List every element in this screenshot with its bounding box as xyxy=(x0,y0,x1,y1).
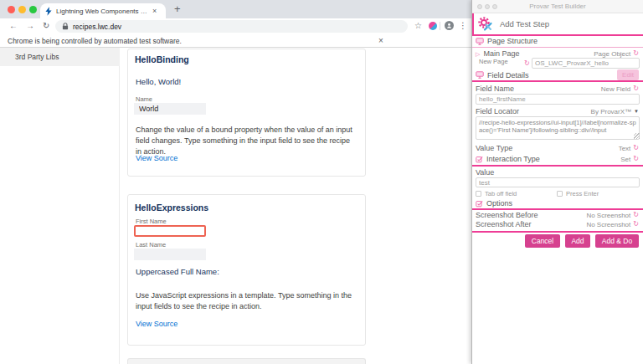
screenshot-after-row: Screenshot After No Screenshot ↻ xyxy=(476,220,639,228)
value-type-selector[interactable]: Text ↻ xyxy=(619,145,639,152)
cycle-icon[interactable]: ↻ xyxy=(524,60,530,67)
profile-icon[interactable] xyxy=(445,21,454,30)
browser-window: Lightning Web Components Recipes × + ← →… xyxy=(0,0,471,364)
new-page-input[interactable] xyxy=(532,58,640,69)
view-source-link[interactable]: View Source xyxy=(136,320,177,328)
value-type-value: Text xyxy=(619,145,631,152)
tab-off-checkbox[interactable] xyxy=(476,191,481,197)
page-object-value: Page Object xyxy=(594,50,630,58)
cycle-icon[interactable]: ↻ xyxy=(633,50,639,57)
view-source-link[interactable]: View Source xyxy=(136,154,177,162)
locator-mode-value: By ProvarX™ xyxy=(591,108,631,115)
provar-extension-icon[interactable] xyxy=(429,22,437,30)
main-page-row: ▷ Main Page Page Object ↻ xyxy=(476,49,639,58)
dropdown-caret-icon: ▼ xyxy=(634,109,639,114)
tab-close-icon[interactable]: × xyxy=(152,7,157,15)
expand-arrow-icon[interactable]: ▷ xyxy=(476,51,480,57)
interaction-selector[interactable]: Set ↻ xyxy=(620,156,639,163)
back-icon[interactable]: ← xyxy=(9,21,18,30)
value-input[interactable] xyxy=(476,177,640,187)
page-object-selector[interactable]: Page Object ↻ xyxy=(594,50,639,58)
gear-tools-icon xyxy=(478,17,493,32)
automation-infobar: Chrome is being controlled by automated … xyxy=(0,33,471,48)
window-close-icon[interactable] xyxy=(8,6,15,13)
last-name-label: Last Name xyxy=(136,241,166,249)
sidebar-item-3rd-party-libs[interactable]: 3rd Party Libs xyxy=(0,48,120,66)
cycle-icon[interactable]: ↻ xyxy=(633,156,639,162)
infobar-close-icon[interactable]: × xyxy=(378,36,383,45)
press-enter-option[interactable]: Press Enter xyxy=(557,190,599,197)
field-details-icon xyxy=(476,71,484,79)
new-tab-icon[interactable]: + xyxy=(174,3,181,15)
window-minimize-icon[interactable] xyxy=(18,6,26,13)
browser-tab[interactable]: Lightning Web Components Recipes × xyxy=(40,3,166,18)
locator-mode-dropdown[interactable]: By ProvarX™ ▼ xyxy=(591,108,639,115)
tab-strip: Lightning Web Components Recipes × + xyxy=(0,0,471,18)
card-description: Change the value of a bound property whe… xyxy=(136,125,355,157)
card-hello-binding: HelloBinding Hello, World! Name Change t… xyxy=(127,49,366,177)
add-and-do-button[interactable]: Add & Do xyxy=(595,234,639,248)
name-field-label: Name xyxy=(136,95,152,103)
panel-window-title: Provar Test Builder xyxy=(472,3,643,10)
name-input[interactable] xyxy=(134,103,206,115)
cycle-icon[interactable]: ↻ xyxy=(633,85,639,92)
edit-button[interactable]: Edit xyxy=(617,69,639,80)
last-name-input[interactable] xyxy=(134,249,206,260)
field-name-row: Field Name New Field ↻ xyxy=(476,85,639,93)
reload-icon[interactable]: ↻ xyxy=(43,21,49,30)
value-row: Value xyxy=(476,168,639,177)
card-title: HelloExpressions xyxy=(135,203,208,213)
screenshot-before-row: Screenshot Before No Screenshot ↻ xyxy=(476,211,639,219)
card-description: Use JavaScript expressions in a template… xyxy=(136,290,355,312)
section-divider xyxy=(472,165,643,167)
resize-handle[interactable] xyxy=(634,133,640,139)
field-name-label: Field Name xyxy=(476,85,514,93)
cycle-icon[interactable]: ↻ xyxy=(633,145,639,151)
field-name-input[interactable] xyxy=(476,94,640,105)
page-structure-icon xyxy=(476,38,484,45)
screenshot-after-label: Screenshot After xyxy=(476,220,532,228)
interaction-type-label: Interaction Type xyxy=(486,155,540,163)
tab-off-field-option[interactable]: Tab off field xyxy=(476,190,517,197)
new-page-label: New Page xyxy=(479,58,508,65)
interaction-type-icon xyxy=(476,156,483,163)
options-icon xyxy=(476,200,483,208)
screenshot-before-label: Screenshot Before xyxy=(476,211,538,219)
field-locator-textarea[interactable] xyxy=(476,116,640,140)
main-page-label: Main Page xyxy=(483,49,519,58)
add-button[interactable]: Add xyxy=(565,234,590,248)
options-section: Options xyxy=(476,199,639,208)
lwc-favicon xyxy=(45,7,52,16)
field-locator-label: Field Locator xyxy=(476,107,519,115)
uppercased-output-label: Uppercased Full Name: xyxy=(136,267,219,276)
greeting-text: Hello, World! xyxy=(136,77,181,86)
window-zoom-icon[interactable] xyxy=(29,6,37,13)
bookmark-star-icon[interactable]: ☆ xyxy=(414,21,422,30)
infobar-message: Chrome is being controlled by automated … xyxy=(8,37,182,45)
address-bar[interactable]: recipes.lwc.dev xyxy=(55,20,408,33)
tab-off-label: Tab off field xyxy=(485,190,517,197)
forward-icon[interactable]: → xyxy=(26,21,34,30)
toolbar-divider xyxy=(440,22,440,30)
options-label: Options xyxy=(486,199,512,208)
cancel-button[interactable]: Cancel xyxy=(525,234,560,248)
value-type-row: Value Type Text ↻ xyxy=(476,144,639,152)
next-card-edge xyxy=(127,358,366,364)
press-enter-label: Press Enter xyxy=(566,190,599,197)
screenshot-after-selector[interactable]: No Screenshot ↻ xyxy=(586,221,639,228)
card-hello-expressions: HelloExpressions First Name Last Name Up… xyxy=(127,194,366,346)
new-page-row: New Page ↻ xyxy=(476,58,639,65)
screenshot-before-selector[interactable]: No Screenshot ↻ xyxy=(586,212,639,219)
press-enter-checkbox[interactable] xyxy=(557,191,563,197)
card-title: HelloBinding xyxy=(135,54,189,64)
page-structure-section: Page Structure xyxy=(476,37,639,45)
value-type-label: Value Type xyxy=(476,144,512,152)
cycle-icon[interactable]: ↻ xyxy=(633,212,639,218)
field-locator-row: Field Locator By ProvarX™ ▼ xyxy=(476,107,639,115)
screenshot-before-value: No Screenshot xyxy=(586,212,630,219)
first-name-input[interactable] xyxy=(134,225,206,237)
cycle-icon[interactable]: ↻ xyxy=(633,221,639,228)
new-field-selector[interactable]: New Field ↻ xyxy=(601,85,639,93)
section-divider xyxy=(472,80,643,82)
menu-icon[interactable]: ⋮ xyxy=(459,21,467,30)
